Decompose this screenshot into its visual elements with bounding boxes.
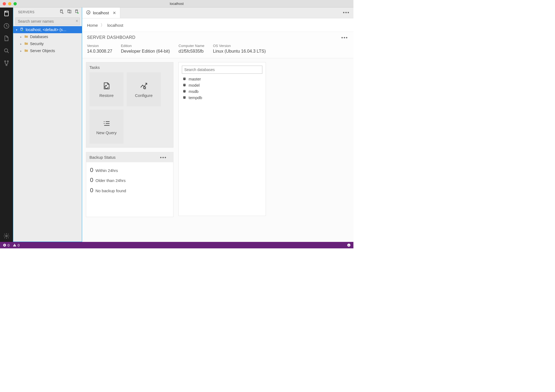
dashboard-title: SERVER DASHBOARD — [87, 35, 349, 40]
svg-line-5 — [7, 52, 9, 53]
folder-icon — [24, 34, 28, 39]
svg-point-45 — [349, 245, 349, 245]
tree-node-databases[interactable]: ▸ Databases — [13, 33, 82, 40]
close-window-button[interactable] — [3, 2, 6, 5]
status-errors[interactable]: 0 — [3, 243, 9, 247]
task-new-query[interactable]: New Query — [89, 110, 123, 144]
databases-card: master model msdb tempdb — [178, 62, 266, 216]
tree-node-security[interactable]: ▸ Security — [13, 40, 82, 47]
folder-icon — [24, 41, 28, 46]
feedback-smiley-icon[interactable] — [347, 243, 351, 247]
search-view-icon[interactable] — [3, 47, 10, 55]
svg-rect-14 — [68, 10, 70, 13]
svg-point-4 — [5, 49, 8, 52]
breadcrumb-home[interactable]: Home — [87, 23, 98, 28]
titlebar: localhost — [0, 0, 353, 8]
info-os-version: OS Version Linux (Ubuntu 16.04.3 LTS) — [213, 44, 266, 54]
backup-row-none: 0 No backup found — [90, 185, 169, 195]
info-edition: Edition Developer Edition (64-bit) — [121, 44, 170, 54]
minimize-window-button[interactable] — [8, 2, 11, 5]
task-label: Configure — [135, 93, 152, 98]
info-version: Version 14.0.3008.27 — [87, 44, 112, 54]
maximize-window-button[interactable] — [14, 2, 17, 5]
tab-localhost[interactable]: localhost ✕ — [82, 8, 120, 18]
svg-point-43 — [347, 244, 350, 247]
svg-point-21 — [22, 30, 24, 31]
tasks-card: Tasks Restore Configure New Query — [86, 62, 173, 148]
svg-rect-0 — [5, 11, 8, 16]
search-servers-input[interactable] — [15, 18, 80, 25]
backup-row-within-24: 0 Within 24hrs — [90, 165, 169, 175]
breadcrumb: Home 〉 localhost — [82, 18, 353, 32]
new-connection-icon[interactable] — [59, 9, 64, 15]
svg-point-8 — [6, 65, 7, 66]
db-item-msdb[interactable]: msdb — [182, 88, 262, 94]
tree-node-label: Server Objects — [30, 49, 55, 53]
svg-point-31 — [183, 77, 186, 79]
svg-point-27 — [104, 123, 105, 124]
servers-side-panel: SERVERS × ▾ localhost, <default> (s… ▸ D… — [13, 8, 82, 242]
tab-bar: localhost ✕ ••• — [82, 8, 353, 18]
tasks-title: Tasks — [86, 62, 173, 72]
status-bar: 0 0 — [0, 242, 353, 248]
dashboard-more-icon[interactable]: ••• — [341, 35, 348, 41]
svg-point-9 — [6, 235, 7, 237]
server-node-localhost[interactable]: ▾ localhost, <default> (s… — [13, 26, 82, 33]
window-controls — [0, 2, 17, 5]
history-view-icon[interactable] — [3, 22, 10, 30]
svg-point-35 — [183, 90, 186, 91]
svg-point-44 — [348, 245, 349, 245]
active-connections-icon[interactable] — [74, 9, 79, 15]
new-server-group-icon[interactable] — [67, 9, 72, 15]
task-label: Restore — [99, 93, 114, 98]
backup-more-icon[interactable]: ••• — [160, 155, 170, 161]
source-control-view-icon[interactable] — [3, 59, 10, 67]
svg-point-6 — [5, 61, 6, 62]
backup-status-card: Backup Status ••• 0 Within 24hrs 0 Older… — [86, 152, 173, 217]
svg-point-18 — [77, 12, 79, 14]
breadcrumb-current: localhost — [107, 23, 123, 28]
chevron-right-icon: 〉 — [101, 23, 105, 28]
db-item-tempdb[interactable]: tempdb — [182, 94, 262, 101]
task-label: New Query — [96, 130, 116, 135]
backup-title: Backup Status — [89, 155, 116, 160]
svg-point-37 — [183, 96, 186, 97]
svg-point-33 — [183, 84, 186, 85]
tab-label: localhost — [93, 11, 109, 15]
backup-row-older-24: 0 Older than 24hrs — [90, 175, 169, 185]
server-connected-icon — [20, 27, 24, 32]
folder-icon — [24, 48, 28, 53]
svg-line-23 — [88, 12, 89, 12]
info-computer-name: Computer Name d1f5fc5935fb — [179, 44, 204, 54]
tree-node-label: Databases — [30, 35, 48, 39]
window-title: localhost — [0, 2, 353, 6]
side-panel-title: SERVERS — [18, 10, 59, 14]
dashboard-icon — [86, 10, 91, 16]
server-tree: ▾ localhost, <default> (s… ▸ Databases ▸… — [13, 26, 82, 54]
editor-area: localhost ✕ ••• Home 〉 localhost SERVER … — [82, 8, 353, 242]
tree-node-label: Security — [30, 42, 44, 46]
status-warnings[interactable]: 0 — [13, 243, 19, 247]
clear-search-icon[interactable]: × — [76, 19, 78, 23]
settings-gear-icon[interactable] — [3, 232, 10, 240]
task-configure[interactable]: Configure — [127, 72, 161, 106]
svg-rect-16 — [76, 10, 78, 13]
db-item-master[interactable]: master — [182, 76, 262, 82]
svg-point-7 — [7, 61, 8, 62]
task-restore[interactable]: Restore — [89, 72, 123, 106]
servers-view-icon[interactable] — [3, 10, 10, 17]
tab-close-icon[interactable]: ✕ — [113, 11, 116, 15]
tree-node-server-objects[interactable]: ▸ Server Objects — [13, 47, 82, 54]
dashboard-header: SERVER DASHBOARD Version 14.0.3008.27 Ed… — [82, 32, 353, 58]
tab-overflow-icon[interactable]: ••• — [339, 8, 353, 18]
svg-point-25 — [104, 121, 105, 122]
explorer-view-icon[interactable] — [3, 35, 10, 42]
server-node-label: localhost, <default> (s… — [26, 28, 66, 32]
svg-rect-10 — [61, 10, 63, 13]
activity-bar — [0, 8, 13, 242]
svg-rect-2 — [5, 11, 6, 12]
search-databases-input[interactable] — [182, 66, 262, 74]
svg-point-42 — [15, 246, 15, 246]
db-item-model[interactable]: model — [182, 82, 262, 88]
svg-rect-19 — [21, 28, 23, 31]
